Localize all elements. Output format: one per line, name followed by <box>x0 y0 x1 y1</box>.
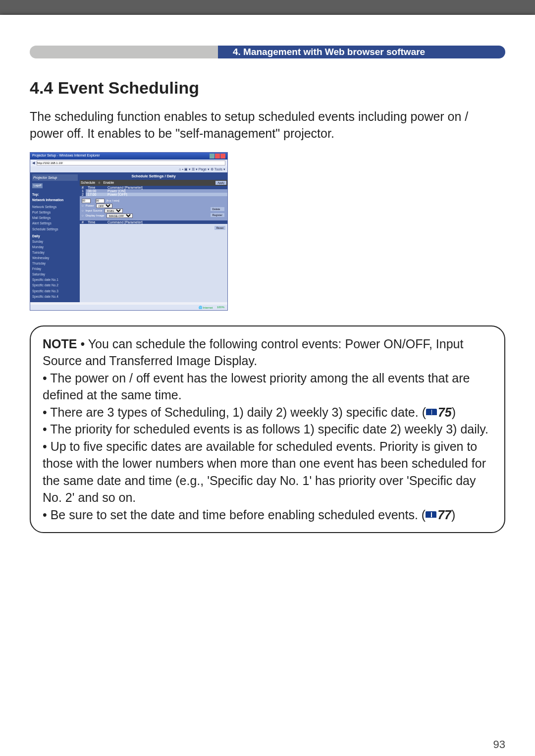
page: 4. Management with Web browser software … <box>0 15 535 756</box>
sidebar-network-info[interactable]: Network Information <box>32 197 78 203</box>
page-ref-75: 75 <box>438 405 452 419</box>
sidebar-sched[interactable]: Sunday <box>32 239 78 244</box>
window-title: Projector Setup - Windows Internet Explo… <box>32 154 100 159</box>
col-time: Time <box>86 220 106 224</box>
page-ref-77: 77 <box>437 508 451 522</box>
cell: 17:00 <box>86 193 106 196</box>
enable-label[interactable]: Enable <box>103 181 114 184</box>
display-select[interactable]: IMAGE-OFF <box>107 214 133 218</box>
cell: Power [ON] <box>106 189 227 193</box>
logoff-button[interactable]: Logoff <box>32 183 43 188</box>
col-cmd: Command [Parameter] <box>106 220 227 224</box>
note-line-3a: • There are 3 types of Scheduling, 1) da… <box>43 405 426 419</box>
strip-label: Schedule <box>81 181 95 184</box>
table-header: # Time Command [Parameter] <box>80 186 227 189</box>
chapter-header: 4. Management with Web browser software <box>30 46 505 58</box>
label-power: Power <box>86 204 94 207</box>
browser-toolbar: ⌂ ▪ ▣ ▾ ☰ ▾ Page ▾ ⚙ Tools ▾ <box>30 166 227 172</box>
sidebar-item[interactable]: Mail Settings <box>32 215 78 220</box>
panel-title: Schedule Settings / Daily <box>80 172 227 180</box>
status-zoom: 100% <box>217 306 224 309</box>
sidebar-sched[interactable]: Specific date No.2 <box>32 282 78 288</box>
col-time: Time <box>86 186 106 189</box>
note-line-6b: ) <box>451 508 455 522</box>
cell: 1 <box>80 189 86 193</box>
time-min-input[interactable] <box>96 199 105 203</box>
time-hour-input[interactable] <box>82 199 91 203</box>
sidebar-sched[interactable]: Specific date No.3 <box>32 288 78 294</box>
screenshot: Projector Setup - Windows Internet Explo… <box>30 152 228 311</box>
col-cmd: Command [Parameter] <box>106 186 227 189</box>
window-buttons[interactable] <box>210 154 225 159</box>
sidebar-sched[interactable]: Wednesday <box>32 255 78 261</box>
page-number: 93 <box>493 738 505 751</box>
register-button[interactable]: Register <box>211 213 224 217</box>
sidebar: Projector Setup Logoff Top: Network Info… <box>30 172 80 302</box>
book-icon <box>426 409 437 418</box>
sidebar-sched[interactable]: Specific date No.1 <box>32 277 78 282</box>
chapter-title: 4. Management with Web browser software <box>218 46 505 58</box>
home-icon[interactable]: ⌂ ▪ ▣ ▾ ☰ ▾ Page ▾ ⚙ Tools ▾ <box>179 167 225 171</box>
input-select[interactable]: RGB1 <box>105 209 123 213</box>
back-icon[interactable]: ◀ <box>32 161 35 165</box>
sidebar-sched[interactable]: Specific date No.4 <box>32 294 78 299</box>
power-select[interactable]: OFF <box>96 204 112 208</box>
table-row[interactable]: 2 17:00 Power [OFF] <box>80 193 227 196</box>
note-line-4: • The priority for scheduled events is a… <box>43 422 488 436</box>
col-num: # <box>80 220 86 224</box>
sidebar-sched[interactable]: Friday <box>32 266 78 271</box>
apply-button[interactable]: Apply <box>215 181 226 185</box>
enable-strip: Schedule ○ Enable Apply <box>80 180 227 186</box>
brand: Projector Setup <box>32 174 78 181</box>
sidebar-sched[interactable]: Monday <box>32 244 78 250</box>
table-row[interactable]: 1 08:00 Power [ON] <box>80 189 227 193</box>
table-header-2: # Time Command [Parameter] <box>80 220 227 224</box>
event-form: : [h:s / min] ○ Power OFF ○ Input Source… <box>80 196 227 220</box>
sidebar-sched[interactable]: Thursday <box>32 261 78 266</box>
sidebar-top[interactable]: Top: <box>32 192 78 197</box>
main-panel: Schedule Settings / Daily Schedule ○ Ena… <box>80 172 227 302</box>
note-line-5: • Up to five specific dates are availabl… <box>43 439 486 505</box>
note-line-3b: ) <box>452 405 456 419</box>
reset-button[interactable]: Reset <box>214 226 225 230</box>
note-line-2: • The power on / off event has the lowes… <box>43 371 470 402</box>
time-format: [h:s / min] <box>107 199 119 202</box>
cell: 08:00 <box>86 189 106 193</box>
cell: 2 <box>80 193 86 196</box>
sidebar-item[interactable]: Network Settings <box>32 204 78 210</box>
address-bar: ◀ <box>30 160 227 166</box>
section-intro: The scheduling function enables to setup… <box>30 108 505 142</box>
status-internet: 🌐 Internet <box>199 306 213 309</box>
label-input: Input Source <box>86 209 103 212</box>
sidebar-item[interactable]: Port Settings <box>32 210 78 215</box>
book-icon <box>426 511 436 520</box>
delete-button[interactable]: Delete <box>211 207 224 211</box>
note-line-1: • You can schedule the following control… <box>43 337 463 368</box>
sidebar-sched[interactable]: Saturday <box>32 271 78 277</box>
sidebar-sched[interactable]: Tuesday <box>32 250 78 255</box>
status-bar: 🌐 Internet 100% <box>30 305 227 310</box>
cell: Power [OFF] <box>106 193 227 196</box>
sidebar-sched-daily[interactable]: Daily <box>32 233 78 239</box>
note-box: NOTE • You can schedule the following co… <box>30 325 505 534</box>
schedule-table: # Time Command [Parameter] 1 08:00 Power… <box>80 186 227 196</box>
url-input[interactable] <box>37 161 225 165</box>
label-display: Display Image <box>86 214 105 217</box>
window-titlebar: Projector Setup - Windows Internet Explo… <box>30 153 227 160</box>
header-accent-gray <box>30 46 218 58</box>
note-lead: NOTE <box>43 337 77 351</box>
sidebar-item[interactable]: Schedule Settings <box>32 226 78 232</box>
sidebar-item[interactable]: Alert Settings <box>32 220 78 226</box>
col-num: # <box>80 186 86 189</box>
section-title: 4.4 Event Scheduling <box>30 78 505 98</box>
note-line-6a: • Be sure to set the date and time befor… <box>43 508 426 522</box>
